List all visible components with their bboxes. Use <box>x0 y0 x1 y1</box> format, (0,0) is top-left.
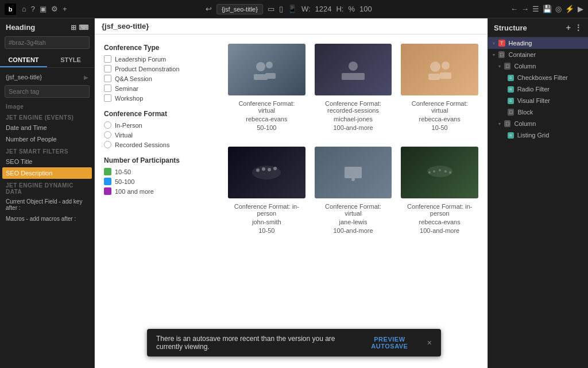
filter-option-qa[interactable]: Q&A Session <box>104 75 219 82</box>
conference-type-filter: Conference Type Leadership Forum Product… <box>104 44 219 102</box>
top-bar-center: ↩ {jsf_seo-title} ▭ ▯ 📱 W: 1224 H: % 100 <box>71 4 507 14</box>
checkbox-seminar[interactable] <box>104 85 111 92</box>
search-tag-input[interactable] <box>5 85 90 98</box>
undo2-icon[interactable]: ← <box>510 5 518 13</box>
card-body-4: Conference Format: virtual jane-lewis 10… <box>315 198 392 240</box>
filter-option-recorded[interactable]: Recorded Sessions <box>104 141 219 148</box>
panel-title-actions: ⊞ ⌨ <box>71 24 88 32</box>
filter-option-virtual[interactable]: Virtual <box>104 131 219 139</box>
card-participants-2: 10-50 <box>403 124 476 131</box>
checkbox-leadership[interactable] <box>104 55 111 63</box>
seo-title-item[interactable]: {jsf_seo-title} ▶ <box>0 71 94 83</box>
card-author-0: rebecca-evans <box>230 116 303 122</box>
top-bar-right: ← → ☰ 💾 ◎ ⚡ ▶ <box>510 5 583 13</box>
card-body-3: Conference Format: in-person john-smith … <box>228 198 305 240</box>
add-icon[interactable]: + <box>63 5 67 13</box>
device-mobile-icon[interactable]: 📱 <box>288 5 297 13</box>
filter-option-inperson[interactable]: In-Person <box>104 121 219 129</box>
seo-description-item[interactable]: SEO Description <box>2 167 92 179</box>
card-author-2: rebecca-evans <box>403 116 476 122</box>
checkbox-workshop[interactable] <box>104 94 111 102</box>
tree-checkboxes-filter[interactable]: ≡ Checkboxes Filter <box>488 72 588 83</box>
filter-option-50-100[interactable]: 50-100 <box>104 178 219 185</box>
svg-point-4 <box>349 62 358 71</box>
save-icon[interactable]: 💾 <box>543 5 552 13</box>
checkbox-product[interactable] <box>104 65 111 72</box>
tree-container[interactable]: ▾ □ Container <box>488 49 588 60</box>
tree-visual-filter[interactable]: ≡ Visual Filter <box>488 95 588 106</box>
tag-input[interactable] <box>5 36 90 49</box>
toast-close-icon[interactable]: × <box>427 338 432 347</box>
add-structure-icon[interactable]: + <box>566 23 571 32</box>
current-object-field-item[interactable]: Current Object Field - add key after : <box>0 196 94 213</box>
card-format-2: Conference Format: virtual <box>403 100 476 114</box>
zoom-icon[interactable]: % <box>348 5 355 13</box>
tree-column-2[interactable]: ▾ □ Column <box>488 118 588 129</box>
filter-option-product[interactable]: Product Demonstration <box>104 65 219 72</box>
grid-card-1[interactable]: Conference Format: recorded-sessions mic… <box>315 44 392 137</box>
tab-content[interactable]: CONTENT <box>0 53 47 67</box>
participants-filter: Number of Participants 10-50 50-100 100 … <box>104 156 219 195</box>
canvas-title: {jsf_seo-title} <box>102 22 149 30</box>
tree-label-block: Block <box>517 109 533 116</box>
settings-icon[interactable]: ⚙ <box>51 5 58 13</box>
tree-listing-grid[interactable]: ≡ Listing Grid <box>488 129 588 141</box>
type-icon-block: □ <box>508 109 514 116</box>
card-body-5: Conference Format: in-person rebecca-eva… <box>401 198 478 240</box>
dot-100-more <box>104 187 111 195</box>
filter-sidebar: Conference Type Leadership Forum Product… <box>104 44 219 368</box>
grid-card-2[interactable]: Conference Format: virtual rebecca-evans… <box>401 44 478 137</box>
panel-action-2[interactable]: ⌨ <box>79 24 88 32</box>
grid-card-3[interactable]: Conference Format: in-person john-smith … <box>228 147 305 240</box>
filter-option-100-more[interactable]: 100 and more <box>104 187 219 195</box>
filter-option-seminar[interactable]: Seminar <box>104 85 219 92</box>
tab-style[interactable]: STYLE <box>47 53 94 67</box>
panel-action-1[interactable]: ⊞ <box>71 24 76 32</box>
card-format-5: Conference Format: in-person <box>403 203 476 217</box>
date-time-item[interactable]: Date and Time <box>0 122 94 133</box>
seo-title-dyn[interactable]: SEO Title <box>0 156 94 167</box>
height-label: H: <box>336 5 343 13</box>
tree-label-cb: Checkboxes Filter <box>517 74 568 81</box>
filter-option-workshop[interactable]: Workshop <box>104 94 219 102</box>
card-format-3: Conference Format: in-person <box>230 203 303 217</box>
number-people-item[interactable]: Number of People <box>0 133 94 145</box>
list-icon[interactable]: ☰ <box>532 5 539 13</box>
preview-autosave-button[interactable]: PREVIEW AUTOSAVE <box>360 336 419 350</box>
filter-option-10-50[interactable]: 10-50 <box>104 168 219 175</box>
grid-card-5[interactable]: Conference Format: in-person rebecca-eva… <box>401 147 478 240</box>
tree-column-1[interactable]: ▾ □ Column <box>488 60 588 72</box>
card-author-1: michael-jones <box>317 116 390 122</box>
radio-virtual[interactable] <box>104 131 111 139</box>
app-logo[interactable]: b <box>5 3 16 15</box>
toast-message: There is an autosave more recent than th… <box>156 335 354 351</box>
undo-icon[interactable]: ↩ <box>206 5 212 13</box>
grid-card-0[interactable]: Conference Format: virtual rebecca-evans… <box>228 44 305 137</box>
tree-label-col1: Column <box>514 63 536 70</box>
checkbox-qa[interactable] <box>104 75 111 82</box>
tree-heading[interactable]: ▾ T Heading <box>488 37 588 49</box>
tree-block[interactable]: □ Block <box>488 106 588 118</box>
device-tablet-icon[interactable]: ▯ <box>279 5 283 13</box>
structure-options-icon[interactable]: ⋮ <box>574 23 582 32</box>
help-icon[interactable]: ? <box>31 5 35 13</box>
svg-point-22 <box>449 171 451 174</box>
tree-radio-filter[interactable]: ≡ Radio Filter <box>488 83 588 95</box>
media-icon[interactable]: ▣ <box>40 5 47 13</box>
home-icon[interactable]: ⌂ <box>22 5 26 13</box>
card-participants-5: 100-and-more <box>403 227 476 234</box>
type-icon-col2: □ <box>504 120 510 127</box>
device-desktop-icon[interactable]: ▭ <box>268 5 274 13</box>
card-image-0 <box>228 44 305 95</box>
radio-inperson[interactable] <box>104 121 111 129</box>
redo-icon[interactable]: → <box>521 5 529 13</box>
publish-icon[interactable]: ▶ <box>578 5 583 13</box>
grid-card-4[interactable]: Conference Format: virtual jane-lewis 10… <box>315 147 392 240</box>
grid-area: Conference Format: virtual rebecca-evans… <box>228 44 478 368</box>
preview-icon[interactable]: ◎ <box>555 5 562 13</box>
responsive-icon[interactable]: ⚡ <box>565 5 574 13</box>
radio-recorded[interactable] <box>104 141 111 148</box>
filter-option-leadership[interactable]: Leadership Forum <box>104 55 219 63</box>
macros-item[interactable]: Macros - add macros after : <box>0 213 94 224</box>
top-bar: b ⌂ ? ▣ ⚙ + ↩ {jsf_seo-title} ▭ ▯ 📱 W: 1… <box>0 0 588 18</box>
